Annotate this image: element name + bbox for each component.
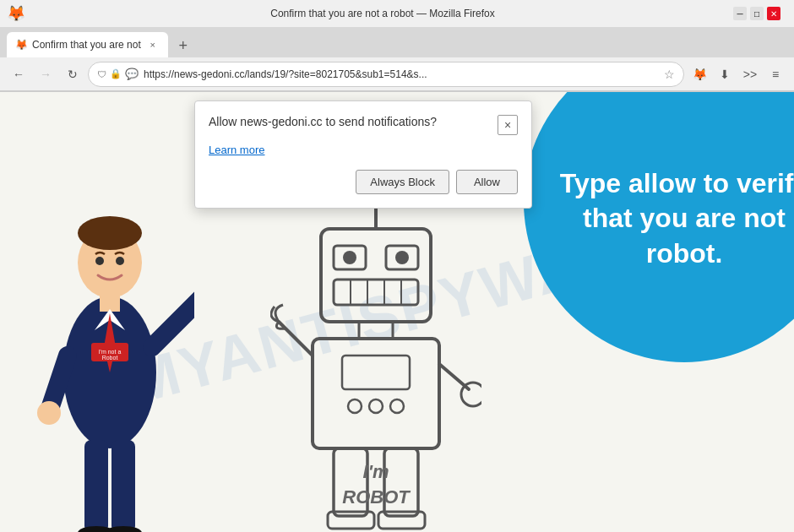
tab-close-button[interactable]: × (146, 38, 160, 52)
svg-rect-11 (111, 440, 135, 532)
menu-button[interactable]: ≡ (764, 62, 787, 86)
svg-rect-33 (342, 356, 410, 389)
tab-label: Confirm that you are not (32, 39, 141, 51)
svg-text:I'm: I'm (363, 461, 389, 482)
businessman-figure: I'm not a Robot (25, 178, 194, 532)
allow-button[interactable]: Allow (456, 170, 518, 194)
blue-circle: Type allow to verify that you are not ro… (524, 92, 794, 362)
svg-point-34 (348, 399, 362, 413)
info-icon: 💬 (125, 68, 139, 80)
popup-title: Allow news-gedoni.cc to send notificatio… (209, 115, 437, 128)
minimize-button[interactable]: ─ (733, 7, 747, 20)
more-tools-button[interactable]: >> (738, 62, 762, 86)
back-button[interactable]: ← (7, 62, 30, 86)
window-controls: ─ □ ✕ (733, 7, 780, 20)
address-bar[interactable]: 🛡 🔒 💬 https://news-gedoni.cc/lands/19/?s… (88, 62, 684, 87)
svg-point-39 (461, 383, 481, 406)
svg-point-18 (116, 257, 124, 265)
popup-close-button[interactable]: × (498, 115, 518, 135)
tab-bar: 🦊 Confirm that you are not × + (0, 27, 794, 57)
robot-svg: I'm ROBOT (270, 178, 481, 532)
svg-rect-19 (321, 229, 431, 322)
reload-button[interactable]: ↻ (61, 62, 84, 86)
svg-line-37 (279, 322, 313, 356)
forward-button[interactable]: → (34, 62, 57, 86)
svg-rect-26 (334, 280, 418, 305)
svg-point-13 (105, 526, 142, 532)
svg-point-25 (395, 251, 409, 264)
robot-sketch: I'm ROBOT (270, 178, 481, 532)
svg-point-2 (78, 216, 142, 250)
svg-point-24 (343, 251, 356, 264)
always-block-button[interactable]: Always Block (356, 170, 449, 194)
active-tab[interactable]: 🦊 Confirm that you are not × (7, 32, 168, 57)
svg-text:I'm not a: I'm not a (99, 349, 122, 355)
svg-line-8 (51, 356, 68, 406)
lock-icon: 🔒 (110, 68, 122, 79)
svg-rect-10 (84, 440, 108, 532)
nav-bar: ← → ↻ 🛡 🔒 💬 https://news-gedoni.cc/lands… (0, 57, 794, 91)
circle-text: Type allow to verify that you are not ro… (524, 99, 794, 306)
svg-line-6 (152, 288, 194, 347)
window-title: Confirm that you are not a robot — Mozil… (32, 8, 733, 19)
maximize-button[interactable]: □ (750, 7, 764, 20)
svg-point-36 (390, 399, 404, 413)
download-button[interactable]: ⬇ (713, 62, 737, 86)
tab-favicon: 🦊 (15, 39, 27, 51)
svg-rect-31 (359, 322, 393, 339)
pocket-button[interactable]: 🦊 (688, 62, 711, 86)
title-bar: 🦊 Confirm that you are not a robot — Moz… (0, 0, 794, 27)
svg-point-17 (95, 257, 104, 265)
new-tab-button[interactable]: + (171, 34, 195, 57)
popup-buttons: Always Block Allow (209, 170, 518, 194)
businessman-svg: I'm not a Robot (25, 178, 194, 532)
svg-point-9 (37, 401, 61, 425)
svg-text:Robot: Robot (102, 355, 118, 361)
address-icons: 🛡 🔒 💬 (97, 68, 139, 80)
learn-more-link[interactable]: Learn more (209, 144, 264, 156)
bookmark-icon[interactable]: ☆ (664, 68, 675, 81)
close-button[interactable]: ✕ (767, 7, 780, 20)
svg-text:ROBOT: ROBOT (342, 486, 411, 508)
browser-chrome: 🦊 Confirm that you are not a robot — Moz… (0, 0, 794, 92)
shield-icon: 🛡 (97, 69, 106, 79)
svg-point-35 (369, 399, 383, 413)
page-content: MYANTISPYWARE Type allow to verify that … (0, 92, 794, 532)
nav-right-icons: 🦊 ⬇ >> ≡ (688, 62, 787, 86)
address-text: https://news-gedoni.cc/lands/19/?site=80… (144, 68, 659, 80)
notification-popup: Allow news-gedoni.cc to send notificatio… (194, 100, 532, 209)
popup-header: Allow news-gedoni.cc to send notificatio… (209, 115, 518, 135)
firefox-logo: 🦊 (7, 4, 25, 23)
